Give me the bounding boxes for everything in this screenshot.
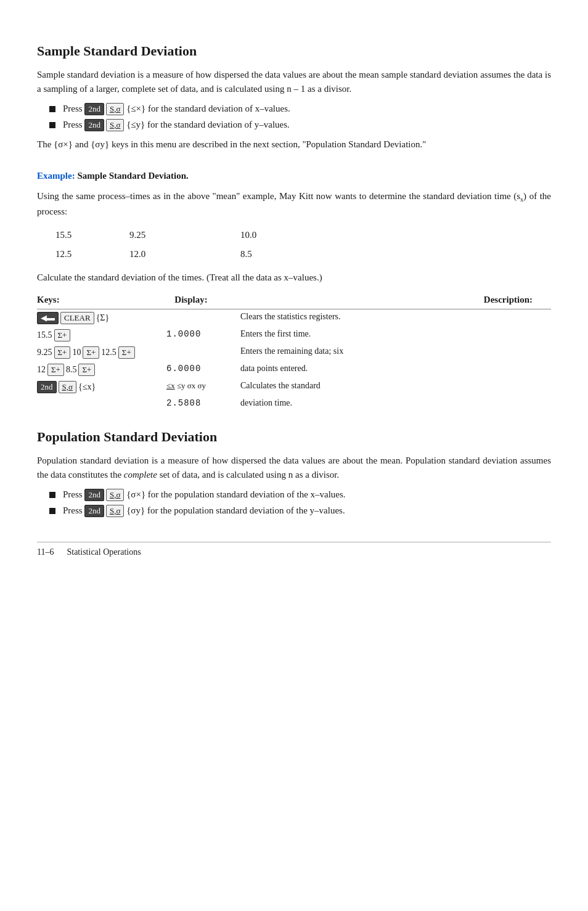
table-row: ◀▬ CLEAR {Σ} Clears the statistics regis… xyxy=(37,309,551,327)
data-val-6: 8.5 xyxy=(240,249,314,259)
key-2nd-4[interactable]: 2nd xyxy=(84,489,104,501)
key-2nd-1[interactable]: 2nd xyxy=(84,103,104,115)
desc-cell-1: Clears the statistics registers. xyxy=(234,309,551,327)
desc-cell-6: deviation time. xyxy=(234,396,551,411)
bullet3-suffix: {σ×} for the population standard deviati… xyxy=(126,489,345,499)
bullet-item-1: Press 2nd S,σ {≤×} for the standard devi… xyxy=(37,103,551,115)
val-925: 9.25 xyxy=(37,348,52,357)
bullet4-text: Press 2nd S,σ {σy} for the population st… xyxy=(63,505,345,517)
key-so-2[interactable]: S,σ xyxy=(106,119,125,131)
display-cell-6: 2.5808 xyxy=(148,396,234,411)
section1-title: Sample Standard Deviation xyxy=(37,43,551,59)
table-row: 2.5808 deviation time. xyxy=(37,396,551,411)
val-12: 12 xyxy=(37,365,46,375)
keys-cell-2: 15.5 Σ+ xyxy=(37,327,148,344)
table-header-row: Keys: Display: Description: xyxy=(37,295,551,309)
bullet-list-1: Press 2nd S,σ {≤×} for the standard devi… xyxy=(37,103,551,131)
key-sigma-plus-4[interactable]: Σ+ xyxy=(118,346,135,359)
display-cell-3 xyxy=(148,344,234,361)
val-125: 12.5 xyxy=(101,348,116,357)
key-sigma-plus-5[interactable]: Σ+ xyxy=(47,364,64,376)
keys-cell-1: ◀▬ CLEAR {Σ} xyxy=(37,309,148,327)
data-val-3: 10.0 xyxy=(240,230,314,240)
section1-intro: Sample standard deviation is a measure o… xyxy=(37,68,551,97)
bullet-icon-1 xyxy=(49,106,55,112)
key-group-3: 2nd S,σ xyxy=(84,489,124,501)
keys-note: The {σ×} and {σy} keys in this menu are … xyxy=(37,137,551,152)
key-sigma-plus-3[interactable]: Σ+ xyxy=(83,346,99,359)
key-sigma-label: {Σ} xyxy=(96,313,110,323)
bullet1-text: Press 2nd S,σ {≤×} for the standard devi… xyxy=(63,103,290,115)
display-cell-4: 6.0000 xyxy=(148,361,234,378)
example-label: Example: xyxy=(37,171,75,181)
italic-complete: complete xyxy=(124,470,157,480)
keys-cell-6 xyxy=(37,396,148,411)
data-values-grid: 15.5 9.25 10.0 12.5 12.0 8.5 xyxy=(55,230,551,259)
bullet2-text: Press 2nd S,σ {≤y} for the standard devi… xyxy=(63,119,290,131)
key-2nd-5[interactable]: 2nd xyxy=(84,505,104,517)
section2-intro: Population standard deviation is a measu… xyxy=(37,454,551,483)
keys-cell-3: 9.25 Σ+ 10 Σ+ 12.5 Σ+ xyxy=(37,344,148,361)
display-cell-2: 1.0000 xyxy=(148,327,234,344)
example-body: Using the same process–times as in the a… xyxy=(37,189,551,219)
th-display: Display: xyxy=(148,295,234,309)
table-row: 12 Σ+ 8.5 Σ+ 6.0000 data points entered. xyxy=(37,361,551,378)
bullet-icon-3 xyxy=(49,492,55,498)
key-so-4[interactable]: S,σ xyxy=(106,489,125,501)
steps-table: Keys: Display: Description: ◀▬ CLEAR {Σ}… xyxy=(37,295,551,411)
key-sigma-plus-6[interactable]: Σ+ xyxy=(78,364,95,376)
footer-page: 11–6 xyxy=(37,547,54,557)
footer: 11–6 Statistical Operations xyxy=(37,542,551,557)
key-group-1: 2nd S,σ xyxy=(84,103,124,115)
val-155: 15.5 xyxy=(37,330,52,340)
table-row: 15.5 Σ+ 1.0000 Enters the first time. xyxy=(37,327,551,344)
data-val-2: 9.25 xyxy=(129,230,240,240)
th-description: Description: xyxy=(234,295,551,309)
key-so-5[interactable]: S,σ xyxy=(106,505,125,517)
key-so-1[interactable]: S,σ xyxy=(106,103,125,115)
table-row: 2nd S,σ {≤x} ≤x ≤y σx σy Calculates the … xyxy=(37,378,551,396)
desc-cell-5: Calculates the standard xyxy=(234,378,551,396)
bullet4-suffix: {σy} for the population standard deviati… xyxy=(126,505,345,515)
footer-title: Statistical Operations xyxy=(67,547,141,557)
display-cell-5: ≤x ≤y σx σy xyxy=(148,378,234,396)
desc-cell-4: data points entered. xyxy=(234,361,551,378)
keys-cell-5: 2nd S,σ {≤x} xyxy=(37,378,148,396)
desc-cell-2: Enters the first time. xyxy=(234,327,551,344)
key-2nd-2[interactable]: 2nd xyxy=(84,119,104,131)
bullet-item-4: Press 2nd S,σ {σy} for the population st… xyxy=(37,505,551,517)
display-cell-1 xyxy=(148,309,234,327)
bullet-icon-2 xyxy=(49,122,55,128)
key-clear[interactable]: CLEAR xyxy=(60,312,94,324)
data-val-5: 12.0 xyxy=(129,249,240,259)
val-85: 8.5 xyxy=(66,365,77,375)
bullet-item-2: Press 2nd S,σ {≤y} for the standard devi… xyxy=(37,119,551,131)
key-so-3[interactable]: S,σ xyxy=(59,381,77,393)
key-group-2: 2nd S,σ xyxy=(84,119,124,131)
key-group-4: 2nd S,σ xyxy=(84,505,124,517)
bullet1-suffix: {≤×} for the standard deviation of x–val… xyxy=(126,104,290,113)
key-sigma-plus-1[interactable]: Σ+ xyxy=(54,329,71,341)
key-sigma-plus-2[interactable]: Σ+ xyxy=(54,346,71,359)
section2-title: Population Standard Deviation xyxy=(37,429,551,445)
key-2nd-3[interactable]: 2nd xyxy=(37,381,57,393)
sex-label: {≤x} xyxy=(78,382,96,392)
example-title: Sample Standard Deviation. xyxy=(77,171,188,181)
data-val-4: 12.5 xyxy=(55,249,129,259)
key-arrow-back[interactable]: ◀▬ xyxy=(37,312,59,324)
bullet2-suffix: {≤y} for the standard deviation of y–val… xyxy=(126,120,290,129)
bullet3-text: Press 2nd S,σ {σ×} for the population st… xyxy=(63,489,346,501)
bullet-item-3: Press 2nd S,σ {σ×} for the population st… xyxy=(37,489,551,501)
data-val-1: 15.5 xyxy=(55,230,129,240)
calc-note: Calculate the standard deviation of the … xyxy=(37,271,551,285)
example-heading: Example: Sample Standard Deviation. xyxy=(37,169,551,183)
keys-cell-4: 12 Σ+ 8.5 Σ+ xyxy=(37,361,148,378)
bullet-list-2: Press 2nd S,σ {σ×} for the population st… xyxy=(37,489,551,517)
val-10: 10 xyxy=(72,348,81,357)
table-row: 9.25 Σ+ 10 Σ+ 12.5 Σ+ Enters the remaini… xyxy=(37,344,551,361)
th-keys: Keys: xyxy=(37,295,148,309)
desc-cell-3: Enters the remaining data; six xyxy=(234,344,551,361)
bullet-icon-4 xyxy=(49,508,55,514)
